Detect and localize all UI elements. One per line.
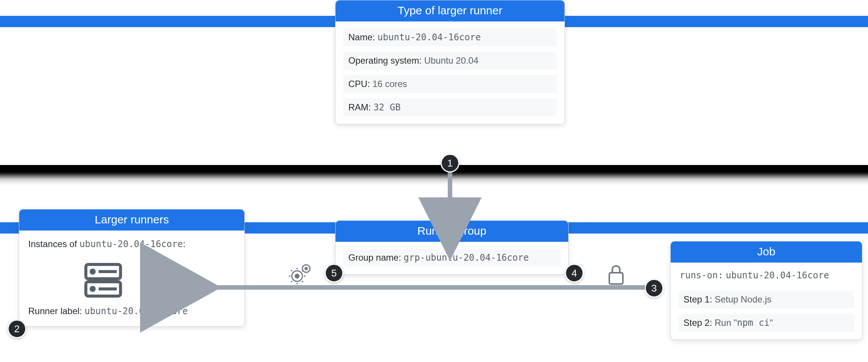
background-gradient-band: [0, 165, 868, 185]
runner-label-label: Runner label:: [28, 306, 82, 316]
runner-group-title: Runner group: [336, 221, 568, 242]
badge-3: 3: [645, 279, 664, 298]
group-name-row: Group name: grp-ubuntu-20.04-16core: [343, 249, 561, 267]
type-ram-value: 32 GB: [374, 102, 401, 113]
svg-rect-16: [609, 273, 623, 284]
runner-label-row: Runner label: ubuntu-20.04-16core: [27, 306, 237, 319]
svg-line-12: [291, 281, 292, 282]
type-os-row: Operating system: Ubuntu 20.04: [343, 52, 557, 70]
type-name-row: Name: ubuntu-20.04-16core: [343, 28, 557, 46]
svg-point-5: [295, 274, 299, 278]
step2-prefix: Run ": [715, 318, 737, 328]
larger-runners-title: Larger runners: [19, 209, 244, 231]
step2-row: Step 2: Run "npm ci": [678, 314, 854, 332]
gears-icon: [288, 262, 314, 287]
badge-2-label: 2: [14, 323, 20, 335]
runner-label-value: ubuntu-20.04-16core: [84, 306, 188, 316]
type-cpu-value: 16 cores: [372, 79, 407, 89]
svg-point-25: [148, 270, 151, 273]
runner-group-card: Runner group Group name: grp-ubuntu-20.0…: [335, 220, 569, 275]
type-card-title: Type of larger runner: [336, 0, 564, 21]
badge-3-label: 3: [651, 283, 657, 294]
type-ram-label: RAM:: [348, 102, 371, 112]
svg-point-15: [305, 267, 307, 270]
runs-on-value: ubuntu-20.04-16core: [726, 270, 829, 281]
type-name-label: Name:: [348, 32, 375, 42]
runs-on-label: runs-on:: [680, 270, 723, 281]
job-title: Job: [671, 241, 862, 263]
instances-suffix: :: [183, 239, 186, 249]
svg-line-11: [302, 281, 303, 282]
badge-1: 1: [441, 154, 459, 173]
group-name-value: grp-ubuntu-20.04-16core: [404, 252, 529, 263]
group-name-label: Group name:: [348, 252, 401, 263]
badge-1-label: 1: [447, 157, 453, 169]
server-icon: [140, 261, 181, 299]
job-card: Job runs-on: ubuntu-20.04-16core Step 1:…: [670, 241, 862, 340]
server-icons-row: [27, 255, 237, 306]
runs-on-row: runs-on: ubuntu-20.04-16core: [678, 269, 854, 285]
step1-row: Step 1: Setup Node.js: [678, 290, 854, 309]
badge-4: 4: [565, 264, 584, 283]
step2-cmd: npm ci: [737, 318, 770, 328]
instances-label: Instances of: [28, 239, 77, 249]
type-cpu-row: CPU: 16 cores: [343, 75, 557, 93]
type-cpu-label: CPU:: [348, 79, 370, 89]
type-os-value: Ubuntu 20.04: [424, 55, 478, 66]
type-of-larger-runner-card: Type of larger runner Name: ubuntu-20.04…: [335, 0, 565, 124]
step2-label: Step 2:: [683, 318, 712, 328]
step1-value: Setup Node.js: [715, 294, 772, 304]
svg-point-26: [148, 287, 151, 290]
type-name-value: ubuntu-20.04-16core: [377, 32, 481, 43]
larger-runners-card: Larger runners Instances of ubuntu-20.04…: [19, 209, 245, 327]
svg-point-20: [91, 287, 94, 290]
step2-suffix: ": [770, 318, 773, 328]
type-os-label: Operating system:: [348, 55, 422, 66]
type-ram-row: RAM: 32 GB: [343, 98, 557, 116]
badge-5: 5: [325, 264, 343, 283]
badge-4-label: 4: [572, 267, 577, 279]
instances-value: ubuntu-20.04-16core: [79, 239, 183, 249]
server-icon: [83, 261, 124, 299]
badge-2: 2: [8, 319, 26, 338]
instances-row: Instances of ubuntu-20.04-16core:: [27, 237, 237, 249]
step1-label: Step 1:: [683, 294, 712, 304]
badge-5-label: 5: [331, 267, 337, 279]
svg-line-10: [291, 270, 292, 271]
svg-point-19: [91, 270, 94, 273]
lock-icon: [606, 264, 626, 287]
